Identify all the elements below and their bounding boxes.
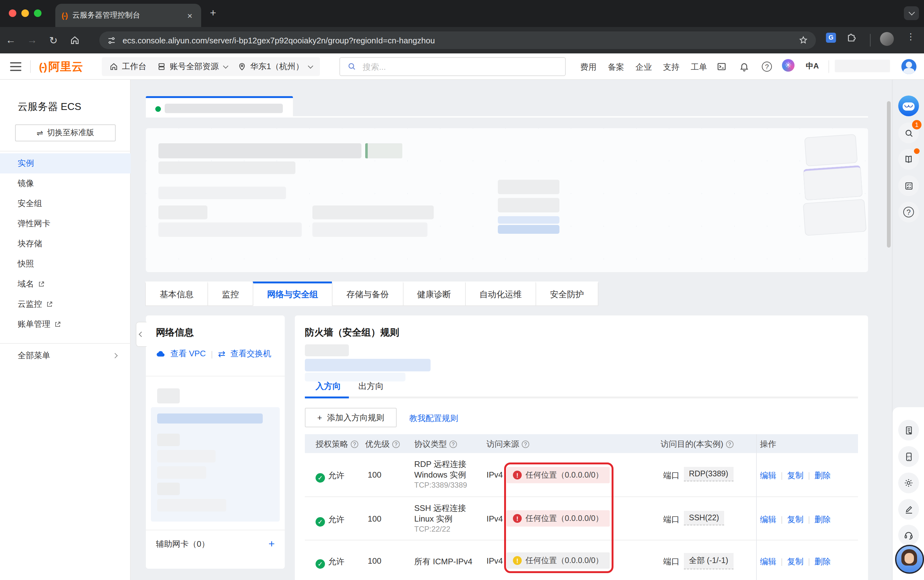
tab-monitoring[interactable]: 监控: [208, 282, 253, 306]
region-selector[interactable]: 华东1（杭州）: [230, 57, 320, 76]
window-close-button[interactable]: [9, 10, 16, 17]
sidebar-item-block-storage[interactable]: 块存储: [0, 234, 131, 254]
back-button[interactable]: ←: [0, 35, 21, 46]
help-icon[interactable]: ?: [351, 440, 358, 448]
url-text[interactable]: ecs.console.aliyun.com/server/i-bp12gex7…: [122, 36, 798, 45]
nav-link-tickets[interactable]: 工单: [691, 62, 707, 73]
window-zoom-button[interactable]: [34, 10, 41, 17]
sidebar-item-cloudmonitor[interactable]: 云监控: [0, 294, 131, 314]
tab-outbound[interactable]: 出方向: [358, 381, 384, 392]
view-vswitch-link[interactable]: 查看交换机: [230, 348, 271, 359]
rail-search-button[interactable]: 1: [898, 122, 919, 143]
tab-network-security[interactable]: 网络与安全组: [253, 282, 333, 306]
collapse-panel-handle[interactable]: [136, 322, 147, 347]
rail-feedback-button[interactable]: [898, 499, 919, 520]
aliyun-logo[interactable]: (-)阿里云: [39, 59, 83, 74]
translate-extension-icon[interactable]: G: [826, 33, 836, 43]
workbench-button[interactable]: 工作台: [102, 57, 154, 76]
tab-search-button[interactable]: [904, 6, 919, 20]
help-icon[interactable]: ?: [392, 440, 400, 448]
help-icon[interactable]: ?: [762, 62, 772, 72]
tab-health-diagnosis[interactable]: 健康诊断: [403, 282, 465, 306]
port-tag[interactable]: RDP(3389): [684, 467, 733, 481]
view-vpc-link[interactable]: 查看 VPC: [170, 348, 206, 359]
nav-link-enterprise[interactable]: 企业: [635, 62, 652, 73]
home-button[interactable]: [64, 35, 86, 45]
ai-robot-assistant-button[interactable]: [898, 96, 919, 116]
rail-help-button[interactable]: ?: [898, 202, 919, 222]
sidebar-item-security-groups[interactable]: 安全组: [0, 194, 131, 214]
sidebar-item-billing[interactable]: 账单管理: [0, 314, 131, 334]
server-illustration: [803, 165, 863, 201]
site-settings-icon[interactable]: [107, 36, 116, 45]
nav-divider: [828, 60, 829, 73]
ip-version-cell: IPv4: [487, 470, 503, 479]
reload-button[interactable]: ↻: [43, 34, 64, 46]
add-inbound-rule-button[interactable]: +添加入方向规则: [305, 408, 397, 427]
rail-orders-button[interactable]: [898, 420, 919, 440]
switch-version-button[interactable]: ⇌切换至标准版: [15, 124, 116, 142]
nav-link-support[interactable]: 支持: [663, 62, 680, 73]
copy-link[interactable]: 复制: [787, 557, 804, 566]
sidebar-all-menu[interactable]: 全部菜单: [0, 346, 131, 366]
sidebar-item-enis[interactable]: 弹性网卡: [0, 214, 131, 234]
rail-docs-button[interactable]: [898, 149, 919, 170]
tab-ops-automation[interactable]: 自动化运维: [465, 282, 536, 306]
language-switch-icon[interactable]: 中A: [806, 61, 819, 72]
nav-link-billing[interactable]: 费用: [580, 62, 597, 73]
delete-link[interactable]: 删除: [815, 515, 831, 524]
edit-link[interactable]: 编辑: [760, 557, 776, 566]
delete-link[interactable]: 删除: [815, 471, 831, 480]
address-bar[interactable]: ecs.console.aliyun.com/server/i-bp12gex7…: [99, 31, 816, 49]
delete-link[interactable]: 删除: [815, 557, 831, 566]
action-separator: |: [781, 515, 783, 524]
service-assistant-avatar[interactable]: [895, 545, 924, 574]
hamburger-menu-icon[interactable]: [10, 62, 21, 71]
console-search-input[interactable]: [340, 57, 566, 76]
sidebar-item-instances[interactable]: 实例: [0, 153, 131, 173]
browser-profile-avatar[interactable]: [880, 32, 894, 46]
window-minimize-button[interactable]: [21, 10, 29, 17]
extensions-puzzle-icon[interactable]: [846, 32, 857, 43]
browser-menu-icon[interactable]: ⋮: [906, 31, 915, 41]
help-icon[interactable]: ?: [522, 440, 529, 448]
sidebar-item-snapshots[interactable]: 快照: [0, 254, 131, 274]
redacted-block: [158, 143, 361, 158]
edit-link[interactable]: 编辑: [760, 471, 776, 480]
ai-assistant-icon[interactable]: ✳: [782, 59, 795, 72]
browser-tab[interactable]: (-) 云服务器管理控制台 ×: [55, 4, 201, 27]
nav-link-icp[interactable]: 备案: [608, 62, 624, 73]
sidebar-item-domains[interactable]: 域名: [0, 274, 131, 294]
tab-security-protection[interactable]: 安全防护: [536, 282, 598, 306]
new-tab-button[interactable]: +: [210, 8, 216, 18]
location-pin-icon: [238, 62, 246, 71]
account-avatar[interactable]: [901, 59, 916, 74]
port-tag[interactable]: 全部 (-1/-1): [684, 553, 733, 569]
help-icon[interactable]: ?: [449, 440, 457, 448]
sidebar-item-images[interactable]: 镜像: [0, 173, 131, 194]
tab-basic-info[interactable]: 基本信息: [145, 282, 208, 306]
rail-checklist-button[interactable]: [898, 175, 919, 196]
cloudshell-terminal-icon[interactable]: [716, 62, 727, 72]
tab-inbound[interactable]: 入方向: [315, 381, 341, 392]
forward-button[interactable]: →: [21, 35, 43, 46]
copy-link[interactable]: 复制: [787, 515, 804, 524]
rail-settings-button[interactable]: [898, 473, 919, 493]
account-resources-button[interactable]: 账号全部资源: [150, 57, 235, 76]
bookmark-star-icon[interactable]: [798, 35, 808, 45]
rail-support-button[interactable]: [898, 525, 919, 545]
edit-link[interactable]: 编辑: [760, 515, 776, 524]
firewall-title: 防火墙（安全组）规则: [305, 327, 399, 339]
tab-storage-backup[interactable]: 存储与备份: [332, 282, 403, 306]
port-tag[interactable]: SSH(22): [684, 511, 724, 525]
tab-close-icon[interactable]: ×: [185, 10, 195, 20]
instance-tab[interactable]: [146, 96, 293, 117]
teach-me-configure-link[interactable]: 教我配置规则: [409, 413, 458, 424]
notifications-bell-icon[interactable]: [739, 62, 749, 72]
help-icon[interactable]: ?: [726, 440, 733, 448]
action-separator: |: [808, 515, 810, 524]
rail-app-button[interactable]: APP: [898, 446, 919, 467]
page-scrollbar[interactable]: [887, 101, 891, 247]
add-nic-button[interactable]: +: [268, 539, 275, 550]
copy-link[interactable]: 复制: [787, 471, 804, 480]
